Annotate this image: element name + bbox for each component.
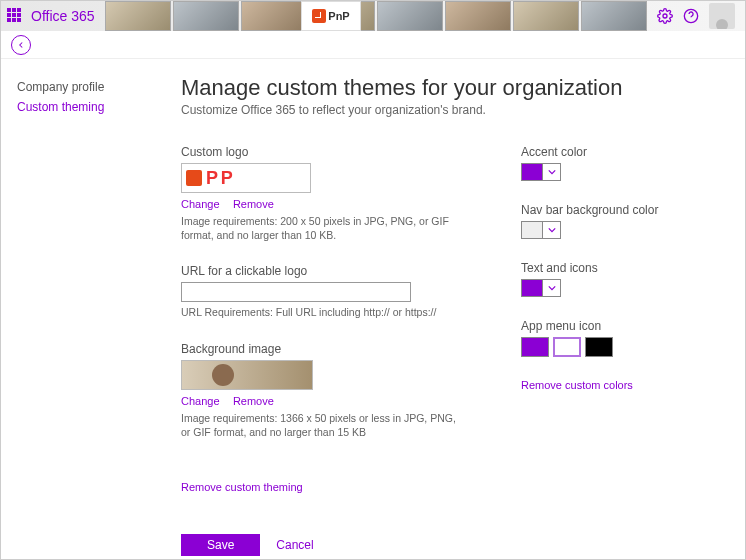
app-menu-icon-label: App menu icon (521, 319, 691, 333)
top-bar: Office 365 PnP (1, 1, 745, 31)
bg-remove-link[interactable]: Remove (233, 395, 274, 407)
save-button[interactable]: Save (181, 534, 260, 556)
text-icons-color-field: Text and icons (521, 261, 691, 297)
app-menu-option-white[interactable] (553, 337, 581, 357)
text-icons-color-swatch[interactable] (521, 279, 543, 297)
page-subtitle: Customize Office 365 to reflect your org… (181, 103, 725, 117)
help-icon[interactable] (683, 8, 699, 24)
background-image-label: Background image (181, 342, 461, 356)
accent-color-swatch[interactable] (521, 163, 543, 181)
main-content: Manage custom themes for your organizati… (161, 59, 745, 559)
nav-bg-color-label: Nav bar background color (521, 203, 691, 217)
logo-remove-link[interactable]: Remove (233, 198, 274, 210)
accent-color-label: Accent color (521, 145, 691, 159)
pnp-logo-block: PnP (301, 1, 361, 31)
remove-theming-link[interactable]: Remove custom theming (181, 481, 303, 493)
app-menu-option-black[interactable] (585, 337, 613, 357)
accent-color-field: Accent color (521, 145, 691, 181)
custom-logo-preview: P P (181, 163, 311, 193)
brand-title: Office 365 (31, 8, 95, 24)
accent-color-dropdown[interactable] (543, 163, 561, 181)
background-image-field: Background image Change Remove Image req… (181, 342, 461, 439)
logo-url-field: URL for a clickable logo URL Requirement… (181, 264, 461, 319)
sub-bar (1, 31, 745, 59)
logo-url-input[interactable] (181, 282, 411, 302)
app-menu-option-purple[interactable] (521, 337, 549, 357)
background-image-preview (181, 360, 313, 390)
text-icons-color-label: Text and icons (521, 261, 691, 275)
sidebar: Company profile Custom theming (1, 59, 161, 559)
bg-hint: Image requirements: 1366 x 50 pixels or … (181, 411, 461, 439)
nav-bg-color-swatch[interactable] (521, 221, 543, 239)
app-launcher-icon[interactable] (7, 8, 23, 24)
sidebar-item-company-profile[interactable]: Company profile (17, 77, 161, 97)
user-avatar[interactable] (709, 3, 735, 29)
logo-change-link[interactable]: Change (181, 198, 220, 210)
text-icons-color-dropdown[interactable] (543, 279, 561, 297)
bg-change-link[interactable]: Change (181, 395, 220, 407)
custom-logo-label: Custom logo (181, 145, 461, 159)
logo-hint: Image requirements: 200 x 50 pixels in J… (181, 214, 461, 242)
remove-colors-link[interactable]: Remove custom colors (521, 379, 681, 391)
nav-bg-color-dropdown[interactable] (543, 221, 561, 239)
back-button[interactable] (11, 35, 31, 55)
sidebar-item-custom-theming[interactable]: Custom theming (17, 97, 161, 117)
logo-url-label: URL for a clickable logo (181, 264, 461, 278)
app-menu-icon-field: App menu icon (521, 319, 691, 357)
logo-url-hint: URL Requirements: Full URL including htt… (181, 305, 461, 319)
page-title: Manage custom themes for your organizati… (181, 75, 725, 101)
nav-bg-color-field: Nav bar background color (521, 203, 691, 239)
pnp-label: PnP (328, 10, 349, 22)
svg-point-0 (663, 14, 667, 18)
custom-logo-field: Custom logo P P Change Remove Image requ… (181, 145, 461, 242)
settings-icon[interactable] (657, 8, 673, 24)
cancel-button[interactable]: Cancel (276, 538, 313, 552)
header-banner (105, 1, 647, 31)
pnp-logo-icon (312, 9, 326, 23)
